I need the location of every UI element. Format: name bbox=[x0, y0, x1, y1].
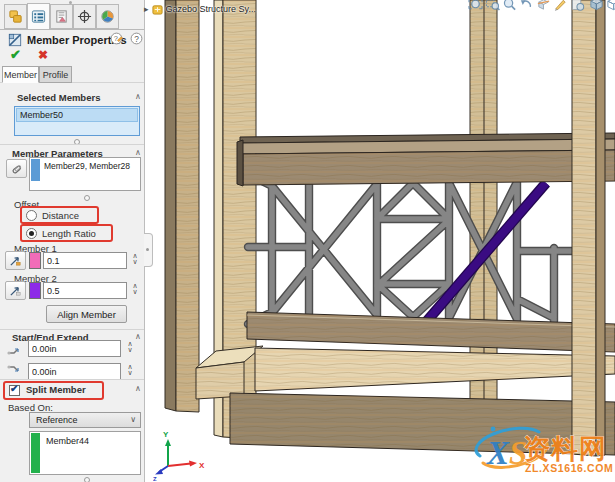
dimxpert-icon bbox=[77, 9, 92, 24]
member-icon bbox=[8, 33, 22, 47]
bottom-rail[interactable] bbox=[247, 312, 615, 352]
annotation-split-member: ✔ Split Member bbox=[3, 381, 104, 400]
collapse-start-end-extend[interactable]: ∧ bbox=[135, 332, 141, 341]
wood-post-right[interactable] bbox=[572, 0, 605, 456]
listbox-resize-handle[interactable] bbox=[84, 477, 90, 482]
orientation-triad: Y X Z bbox=[153, 430, 205, 482]
tab-profile[interactable]: Profile bbox=[39, 66, 72, 83]
member2-input[interactable] bbox=[43, 282, 127, 299]
annotation-distance: Distance bbox=[20, 206, 99, 224]
split-member-checkbox[interactable]: ✔ bbox=[9, 385, 20, 396]
member-parameters-value: Member29, Member28 bbox=[44, 161, 130, 171]
watermark-logo-x: X bbox=[486, 435, 510, 471]
help-icon[interactable]: ? bbox=[130, 32, 143, 45]
arrow-pencil-icon bbox=[9, 254, 22, 267]
member1-spinner[interactable]: ∧∨ bbox=[129, 253, 141, 265]
spinner-down[interactable]: ∨ bbox=[132, 259, 137, 265]
gazebo-model[interactable]: Y X Z bbox=[153, 0, 615, 482]
ok-button[interactable]: ✔ bbox=[10, 47, 21, 62]
solidworks-window: Member Properties ? ? ✔ ✖ Member Profile… bbox=[0, 0, 615, 482]
magnifier-icon[interactable] bbox=[502, 0, 517, 12]
display-style-icon[interactable] bbox=[606, 0, 615, 12]
triad-x-label: X bbox=[199, 461, 205, 470]
tab-property-manager[interactable] bbox=[27, 3, 50, 30]
member-parameters-list[interactable]: Member29, Member28 bbox=[29, 157, 141, 191]
radio-length-ratio-label: Length Ratio bbox=[42, 228, 96, 239]
watermark-dot bbox=[491, 427, 496, 432]
zoom-fit-icon[interactable] bbox=[468, 0, 483, 12]
watermark-url: ZL.XS1616.COM bbox=[525, 462, 613, 474]
sketch-icon[interactable] bbox=[553, 0, 568, 12]
tab-feature-manager[interactable] bbox=[4, 4, 27, 29]
watermark: X S 资料网 ZL.XS1616.COM bbox=[469, 423, 615, 477]
radio-distance[interactable] bbox=[26, 210, 37, 221]
watermark-site-name: 资料网 bbox=[523, 434, 607, 464]
wood-post-left-outer[interactable] bbox=[165, 0, 199, 412]
listbox-resize-handle[interactable] bbox=[84, 195, 90, 201]
dropdown-value: Reference bbox=[36, 415, 78, 425]
member1-pick-button[interactable] bbox=[5, 251, 26, 270]
tab-dimxpert-manager[interactable] bbox=[73, 4, 96, 29]
spinner-down[interactable]: ∨ bbox=[132, 289, 137, 295]
tab-display-manager[interactable] bbox=[96, 4, 119, 29]
extend-start-spinner[interactable]: ∧∨ bbox=[124, 341, 136, 353]
member2-pick-button[interactable] bbox=[5, 281, 26, 300]
zoom-area-icon[interactable] bbox=[485, 0, 500, 12]
extend-end-input[interactable] bbox=[28, 363, 121, 380]
list-item[interactable]: Member50 bbox=[16, 108, 138, 122]
spinner-down[interactable]: ∨ bbox=[127, 370, 132, 376]
selection-bar bbox=[31, 159, 40, 181]
section-view-icon[interactable] bbox=[536, 0, 551, 12]
extend-start-icon bbox=[6, 341, 22, 356]
railing-truss[interactable] bbox=[248, 174, 572, 324]
heads-up-toolbar bbox=[468, 0, 615, 13]
help-pencil-icon[interactable]: ? bbox=[110, 32, 123, 45]
tree-item-assembly[interactable]: Gazebo Structure Sy... bbox=[166, 4, 256, 14]
member2-color-swatch bbox=[29, 282, 41, 299]
deck-plank[interactable] bbox=[255, 348, 615, 391]
split-member-label: Split Member bbox=[26, 384, 86, 395]
property-manager-icon bbox=[31, 9, 46, 24]
tab-configuration-manager[interactable] bbox=[50, 4, 73, 29]
collapse-split-member[interactable]: ∧ bbox=[135, 384, 141, 393]
extend-end-icon bbox=[6, 364, 22, 379]
link-members-button[interactable] bbox=[6, 159, 27, 178]
property-manager-panel: Member Properties ? ? ✔ ✖ Member Profile… bbox=[0, 0, 144, 482]
divider bbox=[0, 379, 144, 380]
split-member-list[interactable]: Member44 bbox=[29, 431, 141, 475]
selection-bar bbox=[31, 433, 40, 473]
previous-view-icon[interactable] bbox=[519, 0, 534, 12]
align-member-button[interactable]: Align Member bbox=[46, 305, 127, 323]
collapse-member-parameters[interactable]: ∧ bbox=[135, 148, 141, 157]
radio-length-ratio[interactable] bbox=[26, 228, 37, 239]
divider bbox=[0, 329, 144, 330]
extend-start-input[interactable] bbox=[28, 340, 121, 357]
display-manager-icon bbox=[100, 9, 115, 24]
member1-color-swatch bbox=[29, 252, 41, 269]
cancel-button[interactable]: ✖ bbox=[38, 48, 48, 62]
tabstrip-divider bbox=[0, 29, 144, 30]
tab-profile-label: Profile bbox=[43, 70, 69, 80]
appearance-icon[interactable] bbox=[570, 0, 585, 12]
selected-members-list[interactable]: Member50 bbox=[14, 106, 140, 136]
member2-spinner[interactable]: ∧∨ bbox=[129, 283, 141, 295]
list-item[interactable]: Member44 bbox=[46, 436, 89, 446]
triad-z-label: Z bbox=[153, 476, 157, 482]
feature-manager-icon bbox=[8, 9, 23, 24]
extend-end-spinner[interactable]: ∧∨ bbox=[124, 364, 136, 376]
member1-input[interactable] bbox=[43, 252, 127, 269]
svg-text:?: ? bbox=[114, 34, 118, 43]
assembly-icon bbox=[152, 4, 163, 15]
top-rail[interactable] bbox=[237, 133, 615, 186]
selected-members-title: Selected Members bbox=[17, 92, 100, 103]
tab-member[interactable]: Member bbox=[2, 66, 39, 83]
radio-distance-label: Distance bbox=[42, 210, 79, 221]
collapse-selected-members[interactable]: ∧ bbox=[135, 92, 141, 101]
annotation-length-ratio: Length Ratio bbox=[20, 224, 113, 242]
tree-expand-arrow[interactable]: ▸ bbox=[144, 4, 149, 14]
panel-splitter-handle[interactable] bbox=[144, 233, 153, 267]
view-cube-icon[interactable] bbox=[589, 0, 604, 12]
based-on-dropdown[interactable]: Reference ∨ bbox=[29, 412, 141, 428]
spinner-down[interactable]: ∨ bbox=[127, 347, 132, 353]
viewport-3d[interactable]: Y X Z bbox=[153, 0, 615, 482]
